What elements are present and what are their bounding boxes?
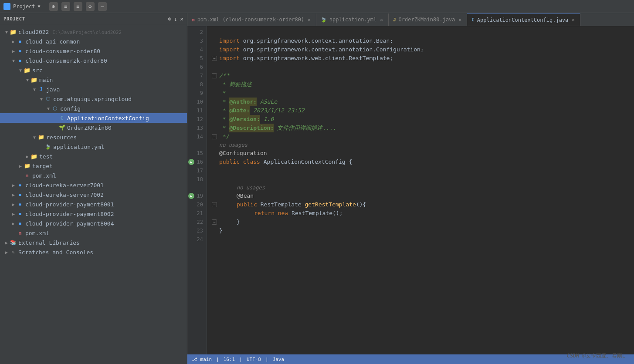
tree-item-cloud-consumerzk-order80[interactable]: ▼ ▪ cloud-consumerzk-order80 — [0, 56, 187, 65]
gutter-7: − — [210, 73, 219, 78]
tab-ApplicationContextConfig[interactable]: C ApplicationContextConfig.java ✕ — [467, 13, 580, 26]
tree-item-external-libs[interactable]: ▶ 📚 External Libraries — [0, 238, 187, 247]
sidebar-icon-1[interactable]: ⊕ — [168, 16, 172, 22]
tab-application-yml[interactable]: 🍃 application.yml ✕ — [316, 13, 389, 26]
tree-item-pom-consumerzk[interactable]: ▶ m pom.xml — [0, 171, 187, 180]
sidebar-tree: ▼ 📁 cloud2022 E:\JavaProject\cloud2022 ▶… — [0, 25, 187, 364]
tree-item-target[interactable]: ▶ 📁 target — [0, 161, 187, 171]
tab-OrderZKMain80[interactable]: J OrderZKMain80.java ✕ — [389, 13, 467, 26]
tree-item-test[interactable]: ▶ 📁 test — [0, 152, 187, 161]
tab-close-order[interactable]: ✕ — [458, 17, 463, 23]
code-line-11: * @Date: 2023/1/12 23:52 — [210, 106, 634, 115]
tree-item-package[interactable]: ▼ ⬡ com.atguigu.springcloud — [0, 94, 187, 104]
tree-item-scratches[interactable]: ▶ ✎ Scratches and Consoles — [0, 247, 187, 257]
code-line-15: @Configuration — [210, 149, 634, 158]
tab-pom-xml[interactable]: m pom.xml (cloud-consumerzk-order80) ✕ — [187, 13, 316, 26]
tree-item-payment8001[interactable]: ▶ ▪ cloud-provider-payment8001 — [0, 199, 187, 209]
tree-item-config[interactable]: ▼ ⬡ config — [0, 104, 187, 113]
code-line-19: @Bean — [210, 192, 634, 200]
ln-nousages1 — [187, 141, 207, 149]
tree-item-java[interactable]: ▼ J java — [0, 84, 187, 94]
tab-close-pom[interactable]: ✕ — [307, 17, 312, 23]
tree-arrow-consumer80[interactable]: ▶ — [10, 48, 17, 54]
ln-22: 22 — [187, 218, 207, 226]
tree-arrow-api-common[interactable]: ▶ — [10, 38, 17, 44]
fold-20[interactable]: − — [212, 202, 217, 207]
tab-close-appctx[interactable]: ✕ — [571, 17, 576, 23]
fold-14[interactable]: − — [212, 134, 217, 139]
run-gutter-icon-bean[interactable]: ▶ — [188, 193, 194, 199]
tree-arrow-eureka7001[interactable]: ▶ — [10, 182, 17, 188]
sidebar-icon-3[interactable]: ✕ — [180, 16, 183, 22]
tree-item-cloud-consumer-order80[interactable]: ▶ ▪ cloud-consumer-order80 — [0, 46, 187, 56]
code-line-23: } — [210, 226, 634, 235]
settings-btn[interactable]: ⚙ — [86, 2, 95, 11]
gutter-14: − — [210, 134, 219, 139]
tree-item-OrderZKMain80[interactable]: ▶ 🌱 OrderZKMain80 — [0, 123, 187, 132]
tree-item-resources[interactable]: ▼ 📁 resources — [0, 132, 187, 142]
tab-icon-yml: 🍃 — [321, 17, 327, 23]
code-editor[interactable]: import org.springframework.context.annot… — [207, 26, 634, 354]
tab-close-yml[interactable]: ✕ — [379, 17, 384, 23]
minimize-btn[interactable]: — — [98, 2, 107, 11]
tree-arrow-target[interactable]: ▶ — [17, 163, 24, 169]
fold-22[interactable]: − — [212, 219, 217, 225]
pkg-3: org.springframework.context.annotation. — [243, 37, 376, 45]
tree-item-application-yml[interactable]: ▶ 🍃 application.yml — [0, 142, 187, 152]
tree-item-pom-root[interactable]: ▶ m pom.xml — [0, 228, 187, 238]
module-icon-payment8004: ▪ — [17, 220, 24, 227]
tree-arrow-main[interactable]: ▼ — [24, 77, 31, 83]
tree-arrow-java[interactable]: ▼ — [31, 86, 37, 92]
ln-21: 21 — [187, 209, 207, 218]
tree-arrow-scratches[interactable]: ▶ — [3, 249, 10, 255]
kw-class-16: class — [243, 158, 264, 166]
title-bar-dropdown-icon[interactable]: ▼ — [38, 4, 41, 9]
title-bar-title: Project — [13, 3, 35, 10]
tree-item-payment8004[interactable]: ▶ ▪ cloud-provider-payment8004 — [0, 219, 187, 228]
tree-arrow-src[interactable]: ▼ — [17, 67, 24, 73]
pkg-4: org.springframework.context.annotation. — [243, 45, 376, 54]
action-btn-2[interactable]: ≡ — [61, 2, 70, 11]
tree-arrow-consumerzk80[interactable]: ▼ — [10, 57, 17, 64]
pkg-5: org.springframework.web.client. — [243, 54, 349, 63]
package-icon-config: ⬡ — [51, 105, 58, 112]
code-line-9: * — [210, 89, 634, 98]
kw-new-21: new — [278, 210, 292, 216]
code-line-18 — [210, 175, 634, 184]
tree-arrow-payment8002[interactable]: ▶ — [10, 211, 17, 217]
tree-arrow-cloud2022[interactable]: ▼ — [3, 29, 10, 35]
sidebar-icon-2[interactable]: ↓ — [174, 16, 177, 22]
ln-14: 14 — [187, 132, 207, 141]
action-btn-3[interactable]: ≡ — [74, 2, 82, 11]
tree-item-payment8002[interactable]: ▶ ▪ cloud-provider-payment8002 — [0, 209, 187, 219]
tree-arrow-payment8004[interactable]: ▶ — [10, 220, 17, 226]
fold-5[interactable]: − — [212, 56, 217, 61]
ln-11: 11 — [187, 106, 207, 115]
tree-item-eureka7001[interactable]: ▶ ▪ cloud-eureka-server7001 — [0, 180, 187, 190]
tree-item-main[interactable]: ▼ 📁 main — [0, 75, 187, 84]
tree-item-cloud-api-common[interactable]: ▶ ▪ cloud-api-common — [0, 37, 187, 46]
tree-arrow-test[interactable]: ▶ — [24, 153, 31, 159]
tree-item-cloud2022[interactable]: ▼ 📁 cloud2022 E:\JavaProject\cloud2022 — [0, 27, 187, 37]
kw-public-16: public — [219, 158, 243, 166]
code-line-8: * 简要描述 — [210, 80, 634, 89]
tree-arrow-eureka7002[interactable]: ▶ — [10, 192, 17, 198]
tab-label-pom: pom.xml (cloud-consumerzk-order80) — [197, 17, 305, 23]
doc-tag-desc: @Description: — [229, 124, 274, 132]
action-btn-1[interactable]: ⊕ — [49, 2, 58, 11]
module-icon-payment8002: ▪ — [17, 210, 24, 217]
run-gutter-icon[interactable]: ▶ — [188, 159, 194, 165]
tree-item-eureka7002[interactable]: ▶ ▪ cloud-eureka-server7002 — [0, 190, 187, 199]
tree-item-ApplicationContextConfig[interactable]: ▶ C ApplicationContextConfig — [0, 113, 187, 123]
code-line-16: public class ApplicationContextConfig { — [210, 158, 634, 166]
tree-arrow-resources[interactable]: ▼ — [31, 134, 37, 140]
tree-arrow-config[interactable]: ▼ — [45, 105, 51, 111]
tree-arrow-payment8001[interactable]: ▶ — [10, 201, 17, 207]
ln-20: 20 — [187, 200, 207, 209]
semi-5: ; — [390, 54, 393, 63]
ln-24: 24 — [187, 235, 207, 244]
fold-7[interactable]: − — [212, 73, 217, 78]
tree-arrow-extlibs[interactable]: ▶ — [3, 239, 10, 246]
tree-arrow-package[interactable]: ▼ — [38, 96, 44, 102]
tree-item-src[interactable]: ▼ 📁 src — [0, 65, 187, 75]
